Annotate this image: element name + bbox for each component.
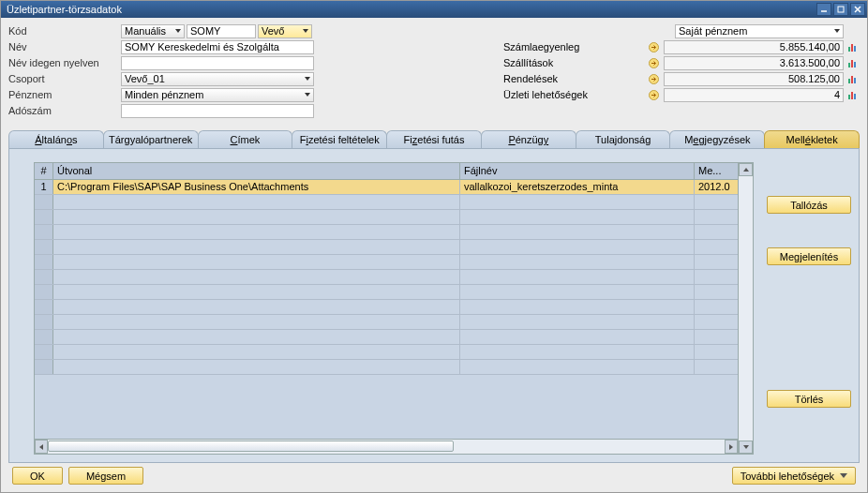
svg-rect-5 — [848, 47, 850, 52]
currency-select[interactable]: Minden pénznem — [121, 88, 314, 102]
balance-value: 5.855.140,00 — [664, 40, 844, 54]
svg-rect-10 — [851, 60, 853, 67]
left-fields: Kód Manuális SOMY Vevő Név SOMY Keresked… — [8, 23, 440, 119]
v-scrollbar[interactable] — [738, 163, 753, 454]
svg-rect-13 — [848, 79, 850, 83]
tab-remarks[interactable]: Megjegyzések — [669, 130, 765, 148]
own-currency-select[interactable]: Saját pénznem — [675, 24, 844, 38]
table-row[interactable] — [35, 330, 738, 345]
svg-rect-17 — [848, 95, 850, 99]
label-name: Név — [8, 41, 121, 52]
grid-header: # Útvonal Fájlnév Me... — [35, 163, 738, 180]
code-input[interactable]: SOMY — [187, 24, 256, 38]
tab-properties[interactable]: Tulajdonság — [576, 130, 671, 148]
svg-rect-6 — [851, 44, 853, 52]
browse-button[interactable]: Tallózás — [767, 196, 851, 214]
col-path[interactable]: Útvonal — [53, 163, 460, 179]
name-input[interactable]: SOMY Kereskedelmi és Szolgálta — [121, 40, 314, 54]
svg-rect-19 — [854, 94, 856, 99]
attachments-panel: # Útvonal Fájlnév Me... 1 C:\Program Fil… — [8, 149, 860, 463]
ok-button[interactable]: OK — [12, 467, 63, 485]
deliveries-value: 3.613.500,00 — [664, 56, 844, 70]
row-date: 2012.0 — [695, 180, 738, 194]
cancel-button[interactable]: Mégsem — [68, 467, 143, 485]
chart-icon[interactable] — [847, 73, 860, 85]
side-buttons: Tallózás Megjelenítés Törlés — [767, 162, 851, 455]
scroll-down-icon[interactable] — [739, 441, 753, 454]
header-section: Kód Manuális SOMY Vevő Név SOMY Keresked… — [8, 23, 860, 119]
tab-bar: Általános Tárgyalópartnerek Címek Fizeté… — [8, 130, 860, 149]
svg-rect-9 — [848, 63, 850, 67]
grid-body[interactable]: 1 C:\Program Files\SAP\SAP Business One\… — [35, 180, 738, 439]
tab-finance[interactable]: Pénzügy — [481, 130, 576, 148]
table-row[interactable] — [35, 300, 738, 315]
code-mode-select[interactable]: Manuális — [121, 24, 185, 38]
footer: OK Mégsem További lehetőségek — [8, 463, 860, 488]
table-row[interactable] — [35, 345, 738, 360]
window-title: Üzletipartner-törzsadatok — [7, 4, 122, 15]
bp-master-window: Üzletipartner-törzsadatok Kód Manuális S… — [0, 0, 868, 493]
table-row[interactable] — [35, 255, 738, 270]
tab-general[interactable]: Általános — [8, 130, 104, 148]
bp-type-select[interactable]: Vevő — [258, 24, 312, 38]
right-fields: Saját pénznem Számlaegyenleg 5.855.140,0… — [503, 23, 860, 119]
label-tax: Adószám — [8, 105, 121, 116]
row-path: C:\Program Files\SAP\SAP Business One\At… — [53, 180, 460, 194]
scroll-right-icon[interactable] — [725, 440, 738, 454]
table-row[interactable] — [35, 240, 738, 255]
window-controls — [816, 3, 865, 16]
opps-value: 4 — [664, 88, 844, 102]
tab-payrun[interactable]: Fizetési futás — [386, 130, 482, 148]
close-button[interactable] — [850, 3, 865, 16]
h-scrollbar[interactable] — [35, 439, 738, 454]
scroll-up-icon[interactable] — [739, 163, 753, 176]
maximize-button[interactable] — [833, 3, 848, 16]
label-orders: Rendelések — [503, 73, 644, 84]
tab-attachments[interactable]: Mellékletek — [764, 130, 860, 148]
chart-icon[interactable] — [847, 89, 860, 101]
delete-button[interactable]: Törlés — [767, 390, 851, 408]
label-deliveries: Szállítások — [503, 57, 644, 68]
chart-icon[interactable] — [847, 41, 860, 53]
row-file: vallalkozoi_keretszerzodes_minta — [460, 180, 695, 194]
tab-contacts[interactable]: Tárgyalópartnerek — [103, 130, 199, 148]
table-row[interactable] — [35, 360, 738, 375]
svg-rect-15 — [854, 78, 856, 83]
col-num[interactable]: # — [35, 163, 53, 179]
h-scroll-thumb[interactable] — [48, 441, 454, 452]
label-opps: Üzleti lehetőségek — [503, 89, 644, 100]
tab-addresses[interactable]: Címek — [198, 130, 293, 148]
more-options-button[interactable]: További lehetőségek — [732, 467, 856, 485]
group-select[interactable]: Vevő_01 — [121, 72, 314, 86]
titlebar: Üzletipartner-törzsadatok — [1, 1, 867, 18]
deliveries-link-icon[interactable] — [648, 57, 660, 69]
chart-icon[interactable] — [847, 57, 860, 69]
table-row[interactable] — [35, 210, 738, 225]
col-file[interactable]: Fájlnév — [460, 163, 695, 179]
table-row[interactable] — [35, 225, 738, 240]
label-group: Csoport — [8, 73, 121, 84]
balance-link-icon[interactable] — [648, 41, 660, 53]
content-area: Kód Manuális SOMY Vevő Név SOMY Keresked… — [1, 18, 867, 492]
label-foreign: Név idegen nyelven — [8, 57, 121, 68]
orders-link-icon[interactable] — [648, 73, 660, 85]
svg-rect-1 — [838, 7, 844, 12]
orders-value: 508.125,00 — [664, 72, 844, 86]
opps-link-icon[interactable] — [648, 89, 660, 101]
display-button[interactable]: Megjelenítés — [767, 247, 851, 265]
tax-input[interactable] — [121, 104, 314, 118]
foreign-name-input[interactable] — [121, 56, 314, 70]
table-row[interactable] — [35, 315, 738, 330]
col-date[interactable]: Me... — [695, 163, 738, 179]
table-row[interactable] — [35, 195, 738, 210]
label-currency: Pénznem — [8, 89, 121, 100]
svg-rect-11 — [854, 62, 856, 67]
label-code: Kód — [8, 25, 121, 37]
table-row[interactable] — [35, 270, 738, 285]
scroll-left-icon[interactable] — [35, 440, 48, 454]
minimize-button[interactable] — [816, 3, 831, 16]
table-row[interactable]: 1 C:\Program Files\SAP\SAP Business One\… — [35, 180, 738, 195]
tab-payterms[interactable]: Fizetési feltételek — [292, 130, 387, 148]
svg-rect-7 — [854, 46, 856, 52]
table-row[interactable] — [35, 285, 738, 300]
